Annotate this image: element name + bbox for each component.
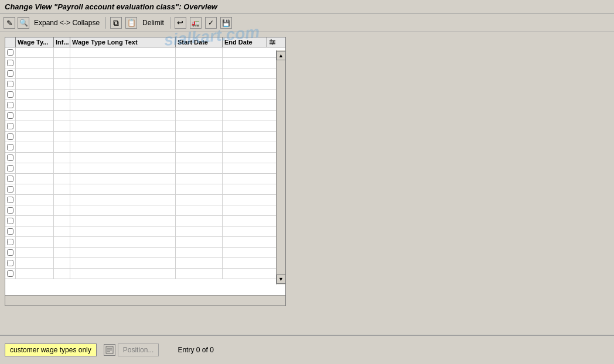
- table-row[interactable]: [5, 216, 285, 226]
- row-checkbox-input[interactable]: [7, 249, 13, 256]
- copy-icon[interactable]: ⧉: [110, 16, 122, 29]
- row-checkbox[interactable]: [5, 100, 16, 110]
- row-end-date: [223, 142, 267, 152]
- table-row[interactable]: [5, 90, 285, 100]
- row-checkbox[interactable]: [5, 58, 16, 68]
- row-start-date: [176, 248, 223, 257]
- row-checkbox[interactable]: [5, 111, 16, 121]
- row-inf: [54, 153, 70, 163]
- row-long-text: [70, 79, 176, 89]
- row-checkbox-input[interactable]: [7, 260, 13, 266]
- horizontal-scrollbar[interactable]: [5, 295, 285, 305]
- new-entries-icon[interactable]: 📋: [125, 16, 138, 29]
- row-checkbox-input[interactable]: [7, 81, 13, 87]
- row-checkbox[interactable]: [5, 226, 16, 236]
- position-button[interactable]: Position...: [118, 344, 159, 356]
- row-checkbox-input[interactable]: [7, 91, 13, 98]
- row-checkbox-input[interactable]: [7, 102, 13, 108]
- table-row[interactable]: [5, 163, 285, 174]
- table-row[interactable]: [5, 47, 285, 58]
- row-checkbox-input[interactable]: [7, 154, 13, 161]
- table-row[interactable]: [5, 184, 285, 195]
- row-inf: [54, 100, 70, 110]
- row-checkbox[interactable]: [5, 142, 16, 152]
- toolbar: ✎ 🔍 Expand <-> Collapse ⧉ 📋 Delimit ↩ 🚛 …: [0, 14, 614, 32]
- title-bar: Change View "Payroll account evaluation …: [0, 0, 614, 14]
- table-row[interactable]: [5, 58, 285, 68]
- row-checkbox[interactable]: [5, 47, 16, 57]
- table-row[interactable]: [5, 248, 285, 258]
- row-checkbox[interactable]: [5, 121, 16, 131]
- row-checkbox[interactable]: [5, 237, 16, 247]
- row-checkbox-input[interactable]: [7, 239, 13, 245]
- check-icon[interactable]: ✓: [204, 16, 217, 29]
- row-checkbox[interactable]: [5, 153, 16, 163]
- row-long-text: [70, 216, 176, 226]
- table-row[interactable]: [5, 132, 285, 142]
- row-long-text: [70, 269, 176, 279]
- row-checkbox[interactable]: [5, 248, 16, 257]
- row-checkbox-input[interactable]: [7, 228, 13, 235]
- table-container: Wage Ty... Inf... Wage Type Long Text St…: [5, 37, 286, 306]
- transport-icon[interactable]: 🚛: [189, 16, 202, 29]
- table-row[interactable]: [5, 174, 285, 184]
- row-wage-type: [16, 58, 54, 68]
- row-checkbox-input[interactable]: [7, 70, 13, 77]
- row-checkbox[interactable]: [5, 258, 16, 268]
- table-row[interactable]: [5, 269, 285, 279]
- row-checkbox-input[interactable]: [7, 176, 13, 182]
- row-checkbox[interactable]: [5, 195, 16, 205]
- table-row[interactable]: [5, 68, 285, 79]
- row-checkbox-input[interactable]: [7, 186, 13, 193]
- row-start-date: [176, 58, 223, 68]
- table-row[interactable]: [5, 205, 285, 216]
- table-row[interactable]: [5, 237, 285, 248]
- row-checkbox-input[interactable]: [7, 197, 13, 203]
- row-checkbox-input[interactable]: [7, 218, 13, 224]
- row-checkbox-input[interactable]: [7, 60, 13, 66]
- position-icon[interactable]: [104, 344, 115, 356]
- scroll-up-arrow[interactable]: ▲: [277, 51, 286, 60]
- row-checkbox-input[interactable]: [7, 133, 13, 140]
- row-checkbox[interactable]: [5, 184, 16, 194]
- save-icon[interactable]: 💾: [220, 16, 233, 29]
- table-row[interactable]: [5, 195, 285, 205]
- expand-collapse-button[interactable]: Expand <-> Collapse: [32, 18, 102, 28]
- row-checkbox-input[interactable]: [7, 165, 13, 171]
- row-end-date: [223, 184, 267, 194]
- table-row[interactable]: [5, 226, 285, 237]
- table-row[interactable]: [5, 79, 285, 90]
- scroll-down-arrow[interactable]: ▼: [277, 274, 286, 284]
- row-checkbox-input[interactable]: [7, 270, 13, 277]
- customer-wage-types-button[interactable]: customer wage types only: [5, 344, 97, 356]
- row-checkbox[interactable]: [5, 205, 16, 215]
- edit-icon[interactable]: ✎: [4, 17, 15, 29]
- row-checkbox-input[interactable]: [7, 49, 13, 56]
- table-row[interactable]: [5, 111, 285, 121]
- row-long-text: [70, 184, 176, 194]
- column-settings-icon[interactable]: [267, 37, 277, 47]
- table-row[interactable]: [5, 258, 285, 269]
- table-row[interactable]: [5, 100, 285, 111]
- delimit-button[interactable]: Delimit: [140, 18, 166, 28]
- undo-icon[interactable]: ↩: [174, 16, 187, 29]
- row-checkbox-input[interactable]: [7, 207, 13, 214]
- row-checkbox[interactable]: [5, 216, 16, 226]
- row-checkbox[interactable]: [5, 269, 16, 279]
- row-checkbox[interactable]: [5, 174, 16, 184]
- vertical-scrollbar[interactable]: ▲ ▼: [276, 50, 285, 284]
- row-checkbox[interactable]: [5, 90, 16, 99]
- row-checkbox-input[interactable]: [7, 123, 13, 129]
- table-row[interactable]: [5, 153, 285, 163]
- row-checkbox-input[interactable]: [7, 112, 13, 119]
- row-checkbox[interactable]: [5, 163, 16, 173]
- table-row[interactable]: [5, 121, 285, 132]
- table-row[interactable]: [5, 142, 285, 153]
- row-checkbox-input[interactable]: [7, 144, 13, 150]
- row-checkbox[interactable]: [5, 132, 16, 142]
- row-checkbox[interactable]: [5, 68, 16, 78]
- row-inf: [54, 90, 70, 99]
- find-icon[interactable]: 🔍: [18, 17, 29, 29]
- row-checkbox[interactable]: [5, 79, 16, 89]
- row-wage-type: [16, 226, 54, 236]
